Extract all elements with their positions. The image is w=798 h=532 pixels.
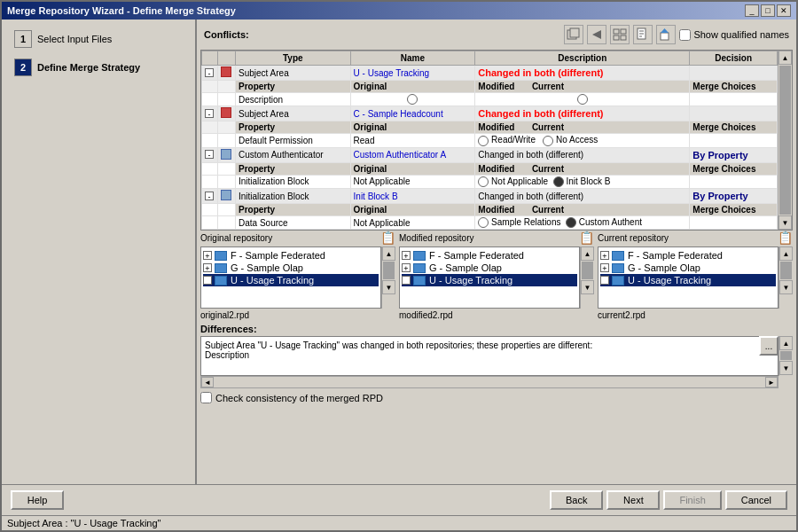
- modified-repo-icon[interactable]: 📋: [579, 231, 594, 245]
- conflicts-table: Type Name Description Decision -: [201, 51, 778, 230]
- list-item[interactable]: +U - Usage Tracking: [203, 274, 379, 286]
- expand-icon[interactable]: +: [203, 263, 212, 272]
- expand-icon[interactable]: +: [600, 276, 609, 285]
- step-1[interactable]: 1 Select Input Files: [9, 27, 188, 51]
- expand-cell-2[interactable]: -: [202, 106, 218, 121]
- toolbar-icon-2[interactable]: [587, 25, 606, 44]
- expand-cell-4[interactable]: -: [202, 189, 218, 204]
- original-repo-scrollbar[interactable]: ▲ ▼: [381, 246, 395, 309]
- scroll-up-orig[interactable]: ▲: [382, 246, 395, 261]
- more-button[interactable]: ...: [759, 336, 778, 356]
- current-repo-tree[interactable]: +F - Sample Federated +G - Sample Olap +…: [598, 246, 778, 309]
- step-2[interactable]: 2 Define Merge Strategy: [9, 55, 188, 80]
- expand-icon[interactable]: +: [203, 276, 212, 285]
- modified-repo-header: Modified repository 📋: [399, 231, 594, 245]
- scroll-up-mod[interactable]: ▲: [581, 246, 594, 261]
- main-content: 1 Select Input Files 2 Define Merge Stra…: [2, 20, 796, 484]
- check-consistency-checkbox[interactable]: [200, 392, 212, 403]
- back-button[interactable]: Back: [550, 490, 603, 510]
- prop-orig-3: Not Applicable: [350, 175, 475, 188]
- expand-icon[interactable]: +: [600, 251, 609, 260]
- expand-icon[interactable]: +: [402, 251, 411, 260]
- sub-decision-2: Merge Choices: [690, 121, 778, 134]
- hscroll-right[interactable]: ►: [765, 377, 778, 387]
- scroll-down-cur[interactable]: ▼: [779, 280, 793, 294]
- decision-cell-4: By Property: [690, 189, 778, 204]
- modified-repo-tree[interactable]: +F - Sample Federated +G - Sample Olap +…: [399, 246, 580, 309]
- maximize-button[interactable]: □: [761, 4, 775, 17]
- scroll-up[interactable]: ▲: [778, 51, 792, 65]
- table-row: Property Original Modified Current Merge…: [202, 162, 778, 175]
- list-item[interactable]: +F - Sample Federated: [600, 249, 776, 262]
- scroll-thumb[interactable]: [779, 66, 791, 215]
- scroll-thumb-diff[interactable]: [780, 351, 792, 360]
- help-button[interactable]: Help: [11, 490, 64, 510]
- scroll-thumb-cur[interactable]: [780, 262, 792, 279]
- indent-13: [202, 204, 218, 216]
- finish-button[interactable]: Finish: [663, 490, 721, 510]
- indent-12: [218, 175, 236, 188]
- show-qualified-input[interactable]: [679, 29, 691, 41]
- indent-4: [218, 93, 236, 106]
- toolbar-icon-3[interactable]: [610, 25, 630, 44]
- current-repo-scrollbar[interactable]: ▲ ▼: [778, 246, 793, 309]
- show-qualified-checkbox[interactable]: Show qualified names: [679, 29, 789, 41]
- repo-item-label: G - Sample Olap: [429, 262, 502, 273]
- scroll-up-diff[interactable]: ▲: [779, 336, 793, 350]
- modified-repo-box: Modified repository 📋 +F - Sample Federa…: [399, 231, 594, 320]
- expand-icon[interactable]: +: [203, 251, 212, 260]
- expand-icon[interactable]: +: [402, 276, 411, 285]
- toolbar-icon-4[interactable]: [633, 25, 653, 44]
- expand-cell-3[interactable]: -: [202, 147, 218, 162]
- check-consistency-label: Check consistency of the merged RPD: [215, 393, 383, 403]
- sub-decision-1: Merge Choices: [690, 81, 778, 93]
- scroll-down[interactable]: ▼: [778, 215, 792, 230]
- modified-repo-label: Modified repository: [399, 233, 473, 243]
- toolbar-icon-1[interactable]: [564, 25, 583, 44]
- col-name-header: Name: [350, 51, 475, 66]
- list-item[interactable]: +F - Sample Federated: [203, 249, 379, 262]
- icon-cell-2: [218, 106, 236, 121]
- minimize-button[interactable]: _: [745, 4, 759, 17]
- current-repo-icon[interactable]: 📋: [778, 231, 793, 245]
- scroll-thumb-mod[interactable]: [582, 262, 593, 279]
- conflicts-scrollbar[interactable]: ▲ ▼: [778, 51, 792, 230]
- scroll-thumb-orig[interactable]: [383, 262, 395, 279]
- modified-repo-scrollbar[interactable]: ▲ ▼: [580, 246, 594, 309]
- prop-dec-1: [690, 93, 778, 106]
- close-button[interactable]: ✕: [777, 4, 791, 17]
- toolbar-icon-5[interactable]: [656, 25, 676, 44]
- step-2-label: Define Merge Strategy: [37, 62, 140, 73]
- repo-item-label: U - Usage Tracking: [231, 275, 314, 286]
- diff-scrollbar[interactable]: ▲ ▼: [778, 336, 793, 376]
- icon-cell-4: [218, 189, 236, 204]
- type-cell-1: Subject Area: [236, 66, 351, 81]
- scroll-down-orig[interactable]: ▼: [382, 280, 395, 294]
- table-row: - Subject Area U - Usage Tracking Change…: [202, 66, 778, 81]
- list-item[interactable]: +F - Sample Federated: [402, 249, 577, 262]
- expand-icon[interactable]: +: [402, 263, 411, 272]
- list-item[interactable]: +U - Usage Tracking: [600, 274, 776, 286]
- original-repo-tree[interactable]: +F - Sample Federated +G - Sample Olap +…: [200, 246, 381, 309]
- sub-type-1: Property: [236, 81, 351, 93]
- cancel-button[interactable]: Cancel: [725, 490, 787, 510]
- table-row: - Initialization Block Init Block B Chan…: [202, 189, 778, 204]
- sub-decision-4: Merge Choices: [690, 204, 778, 216]
- repos-section: Original repository 📋 +F - Sample Federa…: [200, 231, 793, 320]
- expand-icon[interactable]: +: [600, 263, 609, 272]
- diff-hscrollbar[interactable]: ◄ ►: [200, 376, 778, 388]
- list-item[interactable]: +U - Usage Tracking: [402, 274, 577, 286]
- list-item[interactable]: +G - Sample Olap: [203, 262, 379, 274]
- differences-section: Differences: Subject Area "U - Usage Tra…: [200, 324, 793, 388]
- hscroll-left[interactable]: ◄: [201, 377, 214, 387]
- scroll-up-cur[interactable]: ▲: [779, 246, 793, 261]
- expand-cell-1[interactable]: -: [202, 66, 218, 81]
- sub-name-2: Original: [350, 121, 475, 134]
- prop-type-3: Initialization Block: [236, 175, 351, 188]
- scroll-down-mod[interactable]: ▼: [581, 280, 594, 294]
- scroll-down-diff[interactable]: ▼: [779, 361, 793, 375]
- list-item[interactable]: +G - Sample Olap: [600, 262, 776, 274]
- list-item[interactable]: +G - Sample Olap: [402, 262, 577, 274]
- next-button[interactable]: Next: [606, 490, 660, 510]
- original-repo-icon[interactable]: 📋: [380, 231, 395, 245]
